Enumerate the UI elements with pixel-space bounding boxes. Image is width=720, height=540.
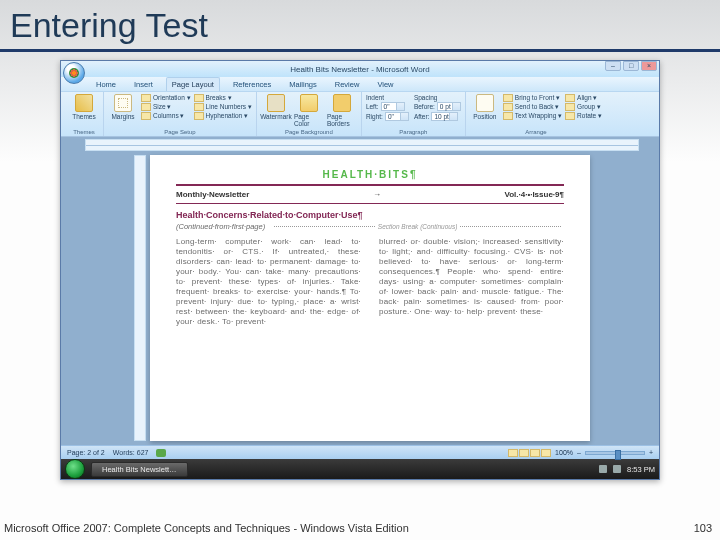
text-wrapping-button[interactable]: Text Wrapping ▾ (503, 112, 562, 120)
orientation-button[interactable]: Orientation ▾ (141, 94, 191, 102)
breaks-icon (194, 94, 204, 102)
vertical-ruler[interactable] (134, 155, 146, 441)
zoom-in-button[interactable]: + (649, 449, 653, 456)
maximize-button[interactable]: □ (623, 61, 639, 71)
body-column-1: Long-term· computer· work· can· lead· to… (176, 237, 361, 327)
themes-label: Themes (72, 113, 95, 120)
themes-button[interactable]: Themes (69, 94, 99, 128)
page-borders-button[interactable]: Page Borders (327, 94, 357, 128)
hyphenation-button[interactable]: Hyphenation ▾ (194, 112, 252, 120)
document-area: HEALTH·BITS¶ Monthly·Newsletter → Vol.·4… (61, 137, 659, 445)
tab-mailings[interactable]: Mailings (284, 78, 322, 91)
group-page-setup: Margins Orientation ▾ Size ▾ Columns ▾ B… (104, 92, 257, 136)
page-borders-label: Page Borders (327, 113, 357, 127)
rotate-button[interactable]: Rotate ▾ (565, 112, 602, 120)
group-arrange: Position Bring to Front ▾ Send to Back ▾… (466, 92, 606, 136)
send-back-icon (503, 103, 513, 111)
spacing-before-label: Before: (414, 103, 435, 110)
system-tray[interactable]: 8:53 PM (599, 465, 655, 474)
word-window: Health Bits Newsletter - Microsoft Word … (60, 60, 660, 480)
tab-mark: → (373, 190, 381, 199)
spacing-heading: Spacing (414, 94, 461, 101)
breaks-button[interactable]: Breaks ▾ (194, 94, 252, 102)
columns-button[interactable]: Columns ▾ (141, 112, 191, 120)
group-label-page-setup: Page Setup (108, 129, 252, 135)
tab-view[interactable]: View (372, 78, 398, 91)
group-label-themes: Themes (69, 129, 99, 135)
page-color-label: Page Color (294, 113, 324, 127)
status-page[interactable]: Page: 2 of 2 (67, 449, 105, 457)
spellcheck-icon[interactable] (156, 449, 166, 457)
orientation-icon (141, 94, 151, 102)
indent-left-input[interactable]: 0" (381, 102, 405, 111)
line-numbers-button[interactable]: Line Numbers ▾ (194, 103, 252, 111)
slide-title: Entering Test (0, 0, 720, 47)
rotate-icon (565, 112, 575, 120)
minimize-button[interactable]: – (605, 61, 621, 71)
office-button[interactable] (63, 62, 85, 84)
tab-home[interactable]: Home (91, 78, 121, 91)
document-page[interactable]: HEALTH·BITS¶ Monthly·Newsletter → Vol.·4… (150, 155, 590, 441)
position-label: Position (473, 113, 496, 120)
position-button[interactable]: Position (470, 94, 500, 128)
zoom-level[interactable]: 100% (555, 449, 573, 456)
align-icon (565, 94, 575, 102)
watermark-button[interactable]: Watermark (261, 94, 291, 128)
align-button[interactable]: Align ▾ (565, 94, 602, 102)
themes-icon (75, 94, 93, 112)
indent-heading: Indent (366, 94, 409, 101)
newsletter-thin-divider (176, 203, 564, 204)
tray-icon[interactable] (613, 465, 621, 473)
zoom-out-button[interactable]: – (577, 449, 581, 456)
watermark-icon (267, 94, 285, 112)
page-borders-icon (333, 94, 351, 112)
continued-text: (Continued·from·first·page) (176, 222, 265, 231)
slide-page-number: 103 (694, 522, 712, 534)
tab-references[interactable]: References (228, 78, 276, 91)
slide-divider (0, 49, 720, 52)
spacing-before-input[interactable]: 0 pt (437, 102, 461, 111)
newsletter-divider (176, 184, 564, 186)
group-label-arrange: Arrange (470, 129, 602, 135)
ribbon: Themes Themes Margins Orientation ▾ Size… (61, 91, 659, 137)
taskbar-app-button[interactable]: Health Bits Newslett… (91, 462, 188, 477)
page-color-icon (300, 94, 318, 112)
status-words[interactable]: Words: 627 (113, 449, 149, 457)
size-icon (141, 103, 151, 111)
indent-right-input[interactable]: 0" (385, 112, 409, 121)
position-icon (476, 94, 494, 112)
tray-icon[interactable] (599, 465, 607, 473)
tab-insert[interactable]: Insert (129, 78, 158, 91)
view-buttons[interactable] (508, 449, 551, 457)
margins-button[interactable]: Margins (108, 94, 138, 128)
line-numbers-icon (194, 103, 204, 111)
page-color-button[interactable]: Page Color (294, 94, 324, 128)
group-icon (565, 103, 575, 111)
columns-icon (141, 112, 151, 120)
status-bar: Page: 2 of 2 Words: 627 100% – + (61, 445, 659, 459)
start-button[interactable] (65, 459, 85, 479)
send-to-back-button[interactable]: Send to Back ▾ (503, 103, 562, 111)
bring-front-icon (503, 94, 513, 102)
newsletter-subtitle-right: Vol.·4·•·Issue·9¶ (504, 190, 564, 199)
spacing-after-input[interactable]: 10 pt (431, 112, 457, 121)
group-page-background: Watermark Page Color Page Borders Page B… (257, 92, 362, 136)
tab-page-layout[interactable]: Page Layout (166, 77, 220, 91)
clock[interactable]: 8:53 PM (627, 465, 655, 474)
group-themes: Themes Themes (65, 92, 104, 136)
indent-left-label: Left: (366, 103, 379, 110)
window-title: Health Bits Newsletter - Microsoft Word (290, 65, 429, 74)
size-button[interactable]: Size ▾ (141, 103, 191, 111)
newsletter-subtitle-left: Monthly·Newsletter (176, 190, 249, 199)
spacing-after-label: After: (414, 113, 430, 120)
group-label-page-background: Page Background (261, 129, 357, 135)
bring-to-front-button[interactable]: Bring to Front ▾ (503, 94, 562, 102)
horizontal-ruler[interactable] (85, 139, 639, 151)
zoom-slider[interactable] (585, 451, 645, 455)
group-paragraph: Indent Spacing Left:0" Before:0 pt Right… (362, 92, 466, 136)
tab-review[interactable]: Review (330, 78, 365, 91)
close-button[interactable]: × (641, 61, 657, 71)
ribbon-tabs: Home Insert Page Layout References Maili… (61, 77, 659, 91)
indent-right-label: Right: (366, 113, 383, 120)
group-button[interactable]: Group ▾ (565, 103, 602, 111)
